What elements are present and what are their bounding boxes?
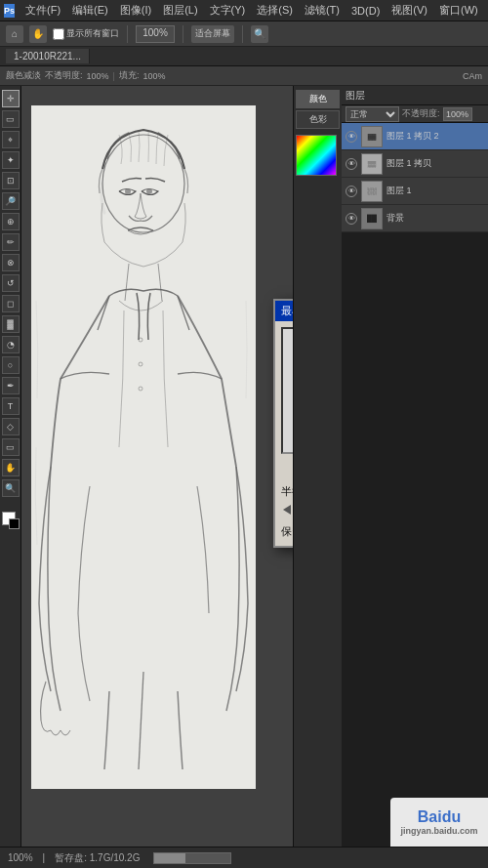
background-color[interactable] (9, 518, 20, 529)
shape-tool[interactable]: ▭ (2, 438, 20, 456)
layer-visibility-3[interactable]: 👁 (346, 213, 357, 225)
show-all-checkbox[interactable] (53, 28, 64, 40)
opacity-input[interactable] (443, 107, 472, 121)
status-zoom: 100% (8, 852, 33, 863)
move-tool[interactable]: ✛ (2, 90, 20, 107)
options-bar: 颜色减淡 不透明度: 100% | 填充: 100% CAm (0, 66, 488, 86)
menu-edit[interactable]: 编辑(E) (67, 3, 113, 18)
gradient-tool[interactable]: ▓ (2, 315, 20, 333)
eraser-tool[interactable]: ◻ (2, 295, 20, 312)
baidu-watermark: Baidu jingyan.baidu.com (390, 798, 488, 847)
eyedropper-tool[interactable]: 🔎 (2, 192, 20, 210)
menu-image[interactable]: 图像(I) (115, 3, 156, 18)
status-bar: 100% | 暂存盘: 1.7G/10.2G (0, 847, 488, 868)
cam-label: CAm (463, 71, 482, 81)
layer-thumbnail-2: ░░ (361, 181, 383, 202)
color-panel-tab[interactable]: 颜色 (296, 90, 340, 108)
menu-view[interactable]: 视图(V) (386, 3, 432, 18)
preserve-label: 保留: (281, 524, 293, 539)
layer-item-3[interactable]: 👁 ██ 背景 (342, 205, 488, 232)
zoom-tool[interactable]: 🔍 (2, 479, 20, 497)
menu-window[interactable]: 窗口(W) (434, 3, 483, 18)
toolbar: ⌂ ✋ 显示所有窗口 100% 适合屏幕 🔍 (0, 21, 488, 47)
layer-thumbnail-1: ▒▒ (361, 153, 383, 175)
heal-tool[interactable]: ⊕ (2, 213, 20, 230)
status-separator: | (43, 852, 46, 863)
main-layout: ✛ ▭ ⌖ ✦ ⊡ 🔎 ⊕ ✏ ⊗ ↺ ◻ ▓ ◔ ○ ✒ T ◇ ▭ ✋ 🔍 (0, 86, 488, 866)
opacity-label: 不透明度: (45, 69, 83, 82)
layer-visibility-0[interactable]: 👁 (346, 131, 357, 143)
fit-screen-btn[interactable]: 适合屏幕 (191, 25, 234, 43)
blend-mode-select[interactable]: 正常 (346, 106, 399, 122)
hand-tool-left[interactable]: ✋ (2, 459, 20, 476)
layers-options-bar: 正常 不透明度: (342, 105, 488, 123)
layers-title: 图层 (346, 89, 365, 103)
baidu-url: jingyan.baidu.com (400, 826, 477, 836)
lasso-tool[interactable]: ⌖ (2, 131, 20, 148)
blend-mode-label: 颜色减淡 (6, 69, 41, 82)
status-scratch: 暂存盘: 1.7G/10.2G (55, 851, 140, 865)
progress-bar (153, 852, 231, 864)
baidu-logo: Baidu (418, 808, 461, 826)
zoom-display[interactable]: 100% (136, 25, 175, 43)
preserve-row: 保留: 方形 圆度 (281, 522, 293, 540)
layers-section: 图层 正常 不透明度: 👁 ▓▓ 图层 1 拷贝 2 👁 ▒▒ 图层 1 拷贝 (342, 86, 488, 866)
top-right-tabs: 颜色 色彩 (293, 86, 342, 866)
layer-visibility-1[interactable]: 👁 (346, 158, 357, 170)
fill-value: 100% (142, 71, 165, 81)
svg-point-3 (125, 188, 131, 194)
brush-tool[interactable]: ✏ (2, 233, 20, 251)
sketch-svg (31, 105, 256, 789)
file-tab-bar: 1-20010R221... (0, 47, 488, 66)
radius-label: 半径(R): (281, 484, 293, 499)
menu-file[interactable]: 文件(F) (20, 3, 65, 18)
filter-dialog: 最小值 ✕ 确定 取消 持览P (273, 299, 293, 548)
layer-name-1: 图层 1 拷贝 (386, 157, 484, 170)
separator-3 (242, 25, 243, 43)
pen-tool[interactable]: ✒ (2, 377, 20, 394)
dialog-title-text: 最小值 (281, 304, 293, 318)
zoom-controls: - 100% + (281, 460, 293, 475)
menu-filter[interactable]: 滤镜(T) (300, 3, 345, 18)
crop-tool[interactable]: ⊡ (2, 172, 20, 189)
layer-item-0[interactable]: 👁 ▓▓ 图层 1 拷贝 2 (342, 123, 488, 150)
layer-name-0: 图层 1 拷贝 2 (386, 130, 484, 143)
wand-tool[interactable]: ✦ (2, 151, 20, 169)
blur-tool[interactable]: ◔ (2, 336, 20, 353)
fill-label: 填充: (119, 69, 140, 82)
search-icon[interactable]: 🔍 (251, 25, 268, 43)
document-canvas (31, 105, 256, 789)
progress-fill (154, 853, 184, 863)
left-tools-panel: ✛ ▭ ⌖ ✦ ⊡ 🔎 ⊕ ✏ ⊗ ↺ ◻ ▓ ◔ ○ ✒ T ◇ ▭ ✋ 🔍 (0, 86, 21, 866)
menu-text[interactable]: 文字(Y) (205, 3, 251, 18)
menu-select[interactable]: 选择(S) (252, 3, 298, 18)
separator-1 (127, 25, 128, 43)
stamp-tool[interactable]: ⊗ (2, 254, 20, 271)
text-tool[interactable]: T (2, 397, 20, 415)
separator-text: | (113, 71, 115, 81)
color-wheel-display[interactable] (296, 135, 337, 176)
layer-item-1[interactable]: 👁 ▒▒ 图层 1 拷贝 (342, 150, 488, 178)
menu-3d[interactable]: 3D(D) (346, 5, 385, 17)
layer-name-2: 图层 1 (386, 185, 484, 197)
layer-thumbnail-3: ██ (361, 208, 383, 229)
layer-visibility-2[interactable]: 👁 (346, 186, 357, 197)
menu-bar: Ps 文件(F) 编辑(E) 图像(I) 图层(L) 文字(Y) 选择(S) 滤… (0, 0, 488, 21)
history-tool[interactable]: ↺ (2, 274, 20, 292)
path-tool[interactable]: ◇ (2, 418, 20, 435)
hand-icon[interactable]: ✋ (29, 25, 47, 43)
dodge-tool[interactable]: ○ (2, 356, 20, 374)
menu-layer[interactable]: 图层(L) (158, 3, 202, 18)
layer-item-2[interactable]: 👁 ░░ 图层 1 (342, 178, 488, 205)
home-icon[interactable]: ⌂ (6, 25, 23, 43)
marquee-tool[interactable]: ▭ (2, 110, 20, 128)
foreground-color[interactable] (2, 512, 16, 525)
canvas-area: 最小值 ✕ 确定 取消 持览P (21, 86, 293, 866)
show-all-label: 显示所有窗口 (66, 27, 119, 40)
sketch-image (31, 105, 256, 789)
svg-point-4 (146, 188, 152, 194)
file-tab[interactable]: 1-20010R221... (6, 49, 90, 63)
swatch-panel-tab[interactable]: 色彩 (296, 110, 340, 129)
filter-preview-area[interactable] (281, 327, 293, 454)
opacity-value: 100% (87, 71, 109, 81)
